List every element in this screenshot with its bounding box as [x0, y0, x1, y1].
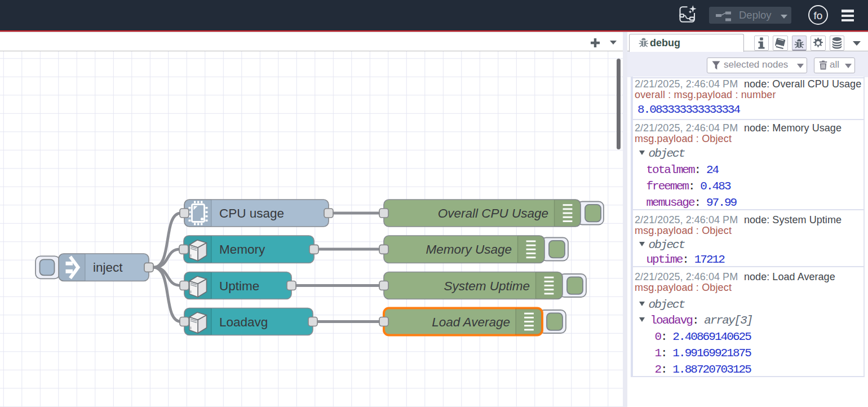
svg-text:System Uptime: System Uptime — [444, 279, 530, 293]
svg-text:CPU usage: CPU usage — [219, 206, 284, 220]
svg-text:Loadavg: Loadavg — [219, 315, 268, 329]
svg-text:Memory: Memory — [219, 242, 265, 256]
svg-text:fo: fo — [813, 10, 822, 21]
svg-text:Load Average: Load Average — [432, 315, 510, 329]
svg-text:Overall CPU Usage: Overall CPU Usage — [438, 206, 548, 220]
svg-text:inject: inject — [93, 260, 123, 275]
svg-text:Uptime: Uptime — [219, 279, 259, 293]
svg-text:Memory Usage: Memory Usage — [426, 242, 512, 256]
svg-text:Deploy: Deploy — [739, 9, 772, 21]
